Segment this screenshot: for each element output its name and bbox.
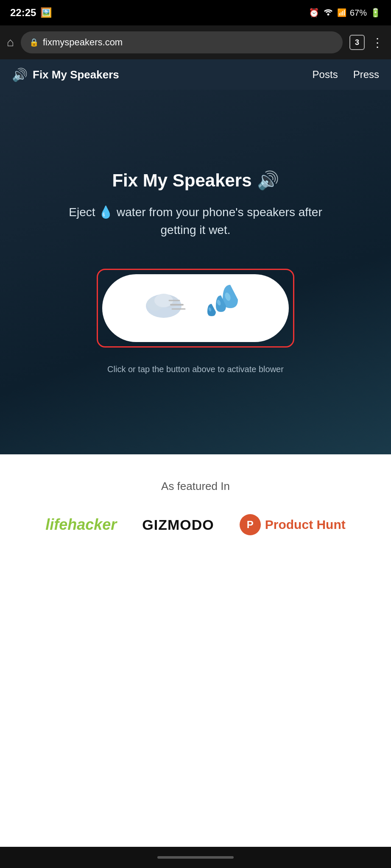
site-logo-text: Fix My Speakers — [33, 68, 119, 81]
svg-point-0 — [327, 13, 329, 15]
wifi-icon — [323, 8, 334, 18]
lifehacker-life-text: life — [45, 516, 67, 533]
producthunt-logo: P Product Hunt — [240, 514, 346, 535]
wind-emoji — [140, 283, 191, 334]
site-nav-links: Posts Press — [313, 69, 379, 81]
lifehacker-hacker-text: hacker — [67, 516, 117, 533]
alarm-icon: ⏰ — [309, 8, 319, 18]
status-time: 22:25 — [10, 7, 36, 19]
speaker-icon: 🔊 — [12, 67, 28, 82]
lifehacker-logo: lifehacker — [45, 516, 117, 534]
browser-bar: ⌂ 🔒 fixmyspeakers.com 3 ⋮ — [0, 25, 391, 59]
producthunt-text: Product Hunt — [265, 517, 346, 532]
producthunt-icon: P — [240, 514, 261, 535]
featured-section: As featured In lifehacker GIZMODO P Prod… — [0, 454, 391, 569]
hero-title: Fix My Speakers 🔊 — [112, 170, 279, 191]
nav-press-link[interactable]: Press — [353, 69, 379, 81]
featured-logos: lifehacker GIZMODO P Product Hunt — [45, 514, 346, 535]
hero-subtitle: Eject 💧 water from your phone's speakers… — [51, 203, 340, 239]
battery-icon: 🔋 — [370, 8, 381, 18]
url-text: fixmyspeakers.com — [43, 37, 123, 48]
site-navbar: 🔊 Fix My Speakers Posts Press — [0, 59, 391, 90]
blower-button-wrapper[interactable] — [97, 269, 294, 348]
status-left: 22:25 🖼️ — [10, 7, 52, 19]
blower-hint: Click or tap the button above to activat… — [107, 364, 284, 374]
featured-title: As featured In — [161, 480, 230, 493]
blower-button[interactable] — [102, 274, 289, 342]
bottom-bar — [0, 847, 391, 868]
gizmodo-text: GIZMODO — [142, 517, 214, 533]
hero-section: Fix My Speakers 🔊 Eject 💧 water from you… — [0, 90, 391, 454]
status-bar: 22:25 🖼️ ⏰ 📶 67% 🔋 — [0, 0, 391, 25]
status-right: ⏰ 📶 67% 🔋 — [309, 8, 381, 18]
home-button[interactable]: ⌂ — [7, 36, 14, 49]
battery-text: 67% — [350, 8, 367, 18]
water-drops-emoji — [200, 281, 251, 336]
gizmodo-logo: GIZMODO — [142, 517, 214, 533]
photo-icon: 🖼️ — [40, 7, 52, 18]
lock-icon: 🔒 — [29, 38, 39, 47]
site-logo: 🔊 Fix My Speakers — [12, 67, 119, 82]
url-bar[interactable]: 🔒 fixmyspeakers.com — [21, 31, 343, 53]
nav-posts-link[interactable]: Posts — [313, 69, 338, 81]
browser-menu-button[interactable]: ⋮ — [371, 36, 384, 50]
hero-speaker-emoji: 🔊 — [257, 170, 279, 191]
water-splash-emoji: 💧 — [98, 206, 113, 219]
bottom-nav-pill — [157, 856, 234, 859]
tab-count-button[interactable]: 3 — [349, 35, 365, 50]
signal-icon: 📶 — [337, 8, 346, 17]
hero-title-text: Fix My Speakers — [112, 170, 251, 191]
